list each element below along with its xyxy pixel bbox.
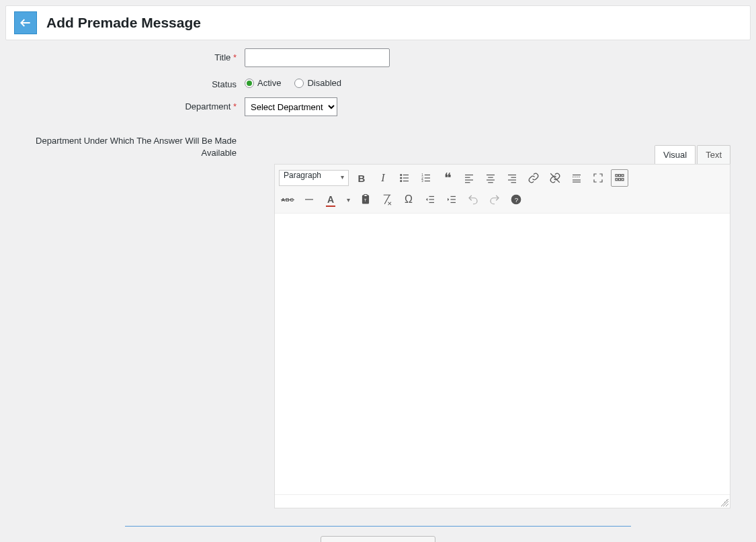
insert-more-button[interactable] [568, 169, 585, 187]
page-header: Add Premade Message [5, 5, 751, 40]
svg-text:3: 3 [421, 179, 423, 183]
editor-content[interactable] [275, 214, 730, 494]
redo-button[interactable] [486, 191, 503, 208]
paste-text-button[interactable]: T [357, 191, 374, 208]
svg-rect-33 [619, 179, 621, 181]
text-color-caret[interactable]: ▾ [343, 191, 353, 208]
section-divider [125, 526, 631, 527]
link-button[interactable] [525, 169, 542, 187]
special-char-button[interactable]: Ω [400, 191, 417, 208]
label-department: Department * [11, 97, 245, 111]
back-button[interactable] [14, 11, 37, 34]
horizontal-rule-button[interactable] [300, 191, 318, 208]
text-color-button[interactable]: A [322, 191, 339, 208]
svg-text:?: ? [515, 196, 519, 204]
bullet-list-button[interactable] [396, 169, 413, 187]
svg-point-0 [401, 175, 402, 176]
form: Title * Status Active Disabled Depa [5, 48, 751, 542]
format-select[interactable]: Paragraph [279, 170, 349, 186]
svg-point-4 [401, 181, 402, 182]
radio-disabled-label: Disabled [307, 78, 341, 88]
resize-handle[interactable] [720, 498, 728, 506]
align-center-button[interactable] [482, 169, 499, 187]
fullscreen-button[interactable] [589, 169, 607, 187]
blockquote-button[interactable]: ❝ [439, 169, 456, 187]
svg-rect-30 [619, 175, 621, 177]
svg-rect-31 [622, 175, 624, 177]
tab-text[interactable]: Text [697, 145, 730, 164]
department-help-text: Department Under Which The Answer Will B… [11, 135, 245, 159]
undo-button[interactable] [464, 191, 482, 208]
help-button[interactable]: ? [507, 191, 525, 208]
row-title: Title * [11, 48, 745, 67]
clear-format-button[interactable] [378, 191, 396, 208]
radio-active-label: Active [257, 78, 281, 88]
svg-point-2 [401, 177, 402, 179]
align-left-button[interactable] [460, 169, 478, 187]
toolbar-row-1: Paragraph B I 123 ❝ [279, 167, 726, 189]
radio-active-indicator [245, 79, 254, 88]
editor-shell: Paragraph B I 123 ❝ [274, 164, 730, 508]
editor: Visual Text Paragraph B I 123 [274, 145, 730, 508]
label-department-text: Department [185, 101, 230, 111]
italic-button[interactable]: I [374, 169, 392, 187]
status-radio-group: Active Disabled [245, 75, 745, 88]
unlink-button[interactable] [546, 169, 564, 187]
editor-status-bar [275, 494, 730, 508]
radio-disabled[interactable]: Disabled [294, 78, 341, 88]
label-title-text: Title [214, 52, 230, 62]
editor-toolbar: Paragraph B I 123 ❝ [275, 165, 730, 214]
svg-rect-32 [616, 179, 618, 181]
toolbar-toggle-button[interactable] [611, 169, 628, 187]
bold-button[interactable]: B [353, 169, 370, 187]
label-status: Status [11, 75, 245, 89]
radio-active[interactable]: Active [245, 78, 281, 88]
department-select[interactable]: Select Department [245, 97, 337, 116]
save-button[interactable]: Save premade message [321, 536, 435, 542]
page-title: Add Premade Message [46, 15, 201, 31]
title-input[interactable] [245, 48, 390, 67]
indent-button[interactable] [443, 191, 460, 208]
svg-text:T: T [364, 198, 367, 202]
svg-rect-29 [616, 175, 618, 177]
outdent-button[interactable] [421, 191, 439, 208]
row-department: Department * Select Department [11, 97, 745, 116]
svg-rect-34 [622, 179, 624, 181]
align-right-button[interactable] [503, 169, 521, 187]
required-indicator: * [233, 52, 237, 62]
row-status: Status Active Disabled [11, 75, 745, 89]
required-indicator: * [233, 101, 237, 111]
tab-visual[interactable]: Visual [655, 145, 696, 164]
format-select-label: Paragraph [284, 171, 321, 180]
editor-tabs: Visual Text [274, 145, 730, 164]
svg-rect-37 [364, 195, 368, 197]
radio-disabled-indicator [294, 79, 304, 88]
label-title: Title * [11, 48, 245, 62]
toolbar-row-2: ABC A ▾ T Ω [279, 189, 726, 210]
strikethrough-button[interactable]: ABC [279, 191, 296, 208]
numbered-list-button[interactable]: 123 [417, 169, 435, 187]
actions-row: Save premade message [11, 536, 745, 542]
